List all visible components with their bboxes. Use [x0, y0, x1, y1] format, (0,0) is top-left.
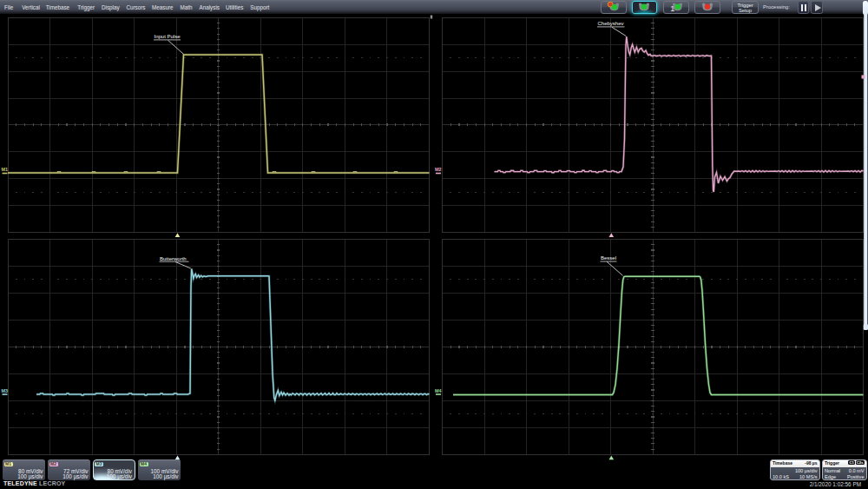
svg-text:Input Pulse: Input Pulse [155, 34, 181, 39]
svg-text:M3: M3 [2, 388, 9, 393]
svg-text:Butterworth: Butterworth [160, 256, 187, 261]
svg-text:Bessel: Bessel [601, 255, 616, 261]
svg-text:M2: M2 [435, 167, 442, 172]
svg-text:M4: M4 [435, 388, 443, 393]
svg-text:M1: M1 [2, 167, 9, 172]
svg-text:1: 1 [670, 4, 674, 13]
svg-text:Chebyshev: Chebyshev [598, 21, 624, 26]
